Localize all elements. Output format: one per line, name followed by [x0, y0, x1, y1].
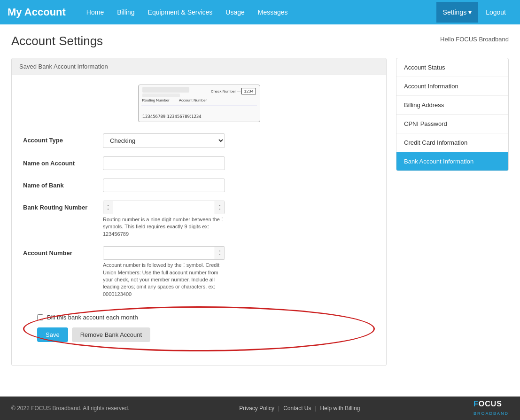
name-on-account-input[interactable]	[103, 156, 225, 170]
nav-messages[interactable]: Messages	[252, 2, 294, 23]
name-on-account-control	[103, 156, 375, 170]
page-title: Account Settings	[11, 34, 103, 48]
bank-routing-label: Bank Routing Number	[23, 201, 103, 211]
account-number-label: Account Number	[23, 246, 103, 257]
save-button[interactable]: Save	[37, 327, 68, 342]
nav-equipment[interactable]: Equipment & Services	[142, 2, 218, 23]
account-type-select[interactable]: Checking Savings	[103, 133, 225, 148]
sidebar-item-account-status[interactable]: Account Status	[396, 58, 508, 77]
bill-checkbox-label: Bill this bank account each month	[47, 314, 138, 321]
page-wrapper: Account Settings Hello FOCUS Broadband S…	[0, 24, 520, 397]
bill-checkbox-row: Bill this bank account each month	[37, 314, 364, 321]
name-of-bank-input[interactable]	[103, 179, 225, 192]
bank-routing-row: Bank Routing Number ⁚ ⁚ Routing number i…	[23, 201, 375, 238]
nav-links: Home Billing Equipment & Services Usage …	[81, 2, 436, 23]
bank-routing-input[interactable]	[113, 201, 215, 214]
sidebar-item-credit-card[interactable]: Credit Card Information	[396, 133, 508, 152]
account-number-row: Account Number ⁚ Account number is follo…	[23, 246, 375, 298]
check-diagram: Check Number — 1234 Routing Number Accou…	[138, 85, 260, 122]
logout-button[interactable]: Logout	[479, 2, 512, 23]
name-of-bank-label: Name of Bank	[23, 179, 103, 189]
remove-bank-account-button[interactable]: Remove Bank Account	[72, 327, 151, 342]
account-type-control: Checking Savings	[103, 133, 375, 148]
footer-copyright: © 2022 FOCUS Broadband. All rights reser…	[11, 405, 130, 412]
nav-usage[interactable]: Usage	[220, 2, 250, 23]
account-number-control: ⁚ Account number is followed by the ⁚ sy…	[103, 246, 375, 298]
routing-symbol-right: ⁚	[215, 201, 225, 214]
chevron-down-icon: ▾	[468, 8, 472, 16]
name-of-bank-row: Name of Bank	[23, 179, 375, 192]
sidebar-item-billing-address[interactable]: Billing Address	[396, 96, 508, 115]
account-label: Account Number	[179, 98, 207, 102]
settings-label: Settings	[443, 8, 467, 16]
sidebar-item-account-information[interactable]: Account Information	[396, 77, 508, 96]
sidebar-item-label: Bank Account Information	[404, 158, 473, 165]
privacy-policy-link[interactable]: Privacy Policy	[239, 405, 278, 412]
hello-text: Hello FOCUS Broadband	[440, 36, 509, 43]
brand-logo[interactable]: My Account	[8, 6, 66, 18]
check-labels: Routing Number Account Number	[142, 98, 207, 102]
circle-highlight: Bill this bank account each month Save R…	[23, 306, 375, 351]
check-image-container: Check Number — 1234 Routing Number Accou…	[23, 85, 375, 122]
account-number-hint: Account number is followed by the ⁚ symb…	[103, 262, 225, 298]
routing-input-wrap: ⁚ ⁚	[103, 201, 225, 214]
account-type-label: Account Type	[23, 133, 103, 144]
check-number-value: 1234	[241, 88, 256, 94]
bank-routing-hint: Routing number is a nine digit number be…	[103, 216, 225, 238]
settings-dropdown[interactable]: Settings ▾	[436, 2, 479, 23]
check-number-label: Check Number —	[211, 89, 241, 93]
acct-input-wrap: ⁚	[103, 246, 225, 260]
account-type-row: Account Type Checking Savings	[23, 133, 375, 148]
nav-billing[interactable]: Billing	[111, 2, 140, 23]
navbar: My Account Home Billing Equipment & Serv…	[0, 0, 520, 24]
sidebar-item-bank-account[interactable]: Bank Account Information	[396, 152, 508, 171]
footer-links: Privacy Policy | Contact Us | Help with …	[239, 405, 364, 412]
sidebar-item-label: Account Information	[404, 83, 458, 90]
panel-body: Check Number — 1234 Routing Number Accou…	[12, 75, 386, 366]
account-number-input[interactable]	[103, 247, 215, 259]
name-of-bank-control	[103, 179, 375, 192]
acct-symbol: ⁚	[215, 247, 225, 259]
nav-right: Settings ▾ Logout	[436, 2, 512, 23]
content-layout: Saved Bank Account Information Check Num…	[11, 58, 509, 366]
sidebar-item-label: Billing Address	[404, 101, 444, 109]
check-number-area: Check Number — 1234	[211, 88, 256, 94]
name-on-account-label: Name on Account	[23, 156, 103, 167]
footer-logo: FOCUSBROADBAND	[473, 400, 509, 417]
main-panel: Saved Bank Account Information Check Num…	[11, 58, 387, 366]
action-buttons: Save Remove Bank Account	[37, 327, 364, 342]
name-on-account-row: Name on Account	[23, 156, 375, 170]
sidebar: Account Status Account Information Billi…	[396, 58, 509, 171]
sidebar-item-label: Credit Card Information	[404, 139, 467, 146]
routing-label: Routing Number	[142, 98, 170, 102]
sidebar-item-label: CPNI Password	[404, 120, 447, 127]
page-header: Account Settings Hello FOCUS Broadband	[11, 34, 509, 48]
bill-checkbox[interactable]	[37, 314, 43, 320]
sidebar-item-cpni-password[interactable]: CPNI Password	[396, 115, 508, 133]
help-billing-link[interactable]: Help with Billing	[317, 405, 364, 412]
bank-routing-control: ⁚ ⁚ Routing number is a nine digit numbe…	[103, 201, 375, 238]
nav-home[interactable]: Home	[81, 2, 109, 23]
sidebar-item-label: Account Status	[404, 64, 445, 71]
check-micr: ⁚123456789⁚123456789⁚1234	[141, 113, 202, 119]
contact-us-link[interactable]: Contact Us	[279, 405, 315, 412]
footer: © 2022 FOCUS Broadband. All rights reser…	[0, 397, 520, 420]
routing-symbol-left: ⁚	[103, 201, 113, 214]
panel-header: Saved Bank Account Information	[12, 58, 386, 75]
